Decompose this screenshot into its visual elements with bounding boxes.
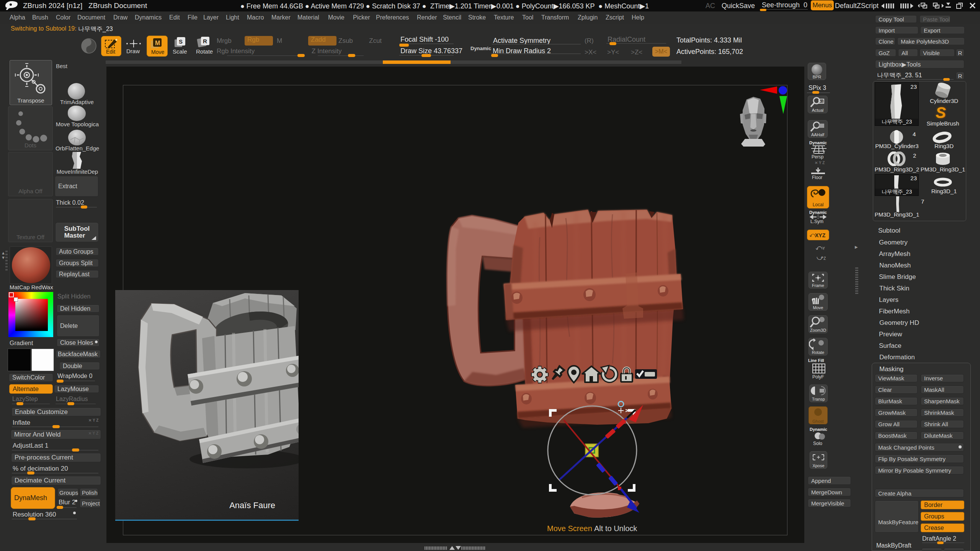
svg-text:Move: Move xyxy=(151,49,164,55)
svg-text:M: M xyxy=(155,40,160,46)
svg-text:S: S xyxy=(179,38,183,45)
svg-text:R: R xyxy=(203,38,207,44)
svg-text:Edit: Edit xyxy=(106,49,115,55)
svg-text:x1: x1 xyxy=(820,99,823,103)
